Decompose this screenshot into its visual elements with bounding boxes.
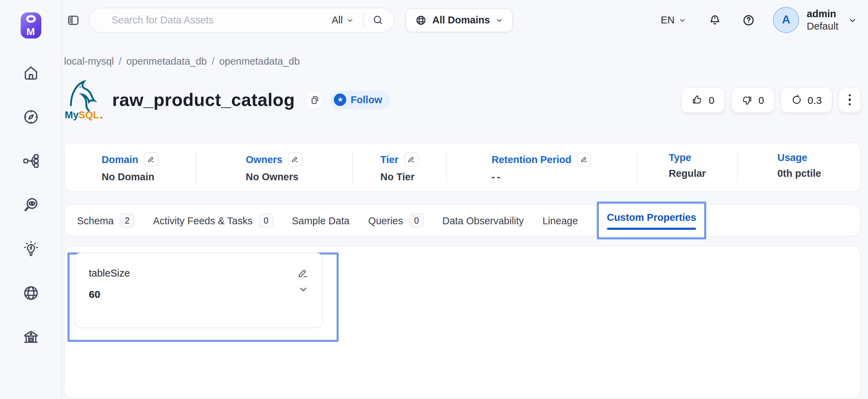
entity-tabbar: Schema 2 Activity Feeds & Tasks 0 Sample… bbox=[64, 204, 861, 237]
entity-actions: 0 0 0.3 bbox=[681, 87, 861, 112]
version-button[interactable]: 0.3 bbox=[781, 87, 832, 112]
chevron-down-icon bbox=[679, 16, 686, 24]
breadcrumb-separator: / bbox=[212, 56, 214, 67]
type-label: Type bbox=[669, 152, 691, 163]
user-role: Default bbox=[807, 20, 838, 32]
edit-property-button[interactable] bbox=[297, 268, 308, 279]
kebab-dot bbox=[848, 98, 851, 101]
property-name: tableSize bbox=[89, 268, 130, 279]
tab-activity-feeds[interactable]: Activity Feeds & Tasks 0 bbox=[153, 213, 273, 228]
mysql-wordmark-my: My bbox=[65, 109, 78, 120]
tab-label: Schema bbox=[77, 215, 114, 226]
upvote-count: 0 bbox=[709, 94, 714, 106]
retention-value: -- bbox=[491, 171, 591, 182]
upvote-button[interactable]: 0 bbox=[681, 87, 725, 112]
custom-properties-panel: tableSize 60 bbox=[64, 246, 861, 399]
breadcrumb-service[interactable]: local-mysql bbox=[64, 56, 114, 67]
star-icon: ★ bbox=[334, 94, 347, 106]
annotation-highlight-box: Custom Properties bbox=[596, 202, 706, 239]
breadcrumb-database[interactable]: openmetadata_db bbox=[126, 56, 207, 67]
tab-queries[interactable]: Queries 0 bbox=[368, 213, 424, 228]
home-icon[interactable] bbox=[22, 64, 40, 82]
tab-label: Lineage bbox=[542, 215, 578, 226]
tier-value: No Tier bbox=[380, 171, 419, 182]
domain-value: No Domain bbox=[102, 171, 158, 182]
domains-globe-icon[interactable] bbox=[22, 284, 40, 302]
version-number: 0.3 bbox=[807, 94, 822, 106]
expand-property-button[interactable] bbox=[298, 284, 308, 294]
openmetadata-logo[interactable]: M bbox=[20, 12, 41, 39]
topbar: All All Domains EN bbox=[62, 0, 868, 40]
owners-value: No Owners bbox=[246, 171, 302, 182]
globe-icon bbox=[415, 14, 427, 26]
tab-label: Sample Data bbox=[292, 215, 350, 226]
retention-label: Retention Period bbox=[491, 154, 571, 165]
edit-retention-button[interactable] bbox=[577, 152, 591, 166]
more-options-button[interactable] bbox=[838, 87, 861, 112]
insights-bulb-icon[interactable] bbox=[22, 240, 40, 258]
tab-badge: 2 bbox=[120, 213, 134, 228]
follow-label: Follow bbox=[351, 94, 382, 105]
notifications-bell-icon[interactable] bbox=[708, 13, 721, 26]
tab-label: Queries bbox=[368, 215, 403, 226]
edit-pencil-icon bbox=[297, 268, 308, 279]
mysql-wordmark-sql: SQL bbox=[78, 109, 99, 120]
user-name: admin bbox=[807, 8, 838, 20]
all-domains-button[interactable]: All Domains bbox=[405, 8, 513, 32]
all-domains-label: All Domains bbox=[432, 14, 490, 25]
tab-label: Activity Feeds & Tasks bbox=[153, 215, 253, 226]
breadcrumb-schema[interactable]: openmetadata_db bbox=[219, 56, 300, 67]
language-label: EN bbox=[661, 14, 675, 25]
kebab-dot bbox=[848, 103, 851, 106]
data-flow-icon[interactable] bbox=[22, 152, 40, 170]
tab-badge: 0 bbox=[259, 213, 273, 228]
explore-compass-icon[interactable] bbox=[22, 108, 40, 126]
sidebar-toggle-icon[interactable] bbox=[67, 13, 80, 26]
tab-sample-data[interactable]: Sample Data bbox=[292, 215, 350, 226]
edit-domain-button[interactable] bbox=[144, 152, 158, 166]
help-icon[interactable] bbox=[742, 13, 755, 26]
search-icon[interactable] bbox=[372, 14, 383, 25]
entity-title-row: MySQL raw_product_catalog ★ Follow bbox=[64, 78, 861, 122]
divider bbox=[363, 13, 363, 27]
downvote-button[interactable]: 0 bbox=[731, 87, 775, 112]
summary-usage: Usage 0th pctile bbox=[738, 152, 860, 182]
tab-schema[interactable]: Schema 2 bbox=[77, 213, 134, 228]
kebab-dot bbox=[848, 94, 851, 96]
summary-domain: Domain No Domain bbox=[65, 152, 195, 182]
summary-tier: Tier No Tier bbox=[352, 152, 446, 182]
observability-icon[interactable] bbox=[22, 196, 40, 214]
user-menu-chevron-icon[interactable] bbox=[848, 15, 857, 24]
logo-ring bbox=[26, 15, 35, 23]
version-history-icon bbox=[791, 94, 802, 105]
usage-value: 0th pctile bbox=[777, 168, 821, 179]
breadcrumb: local-mysql / openmetadata_db / openmeta… bbox=[64, 56, 861, 67]
property-value: 60 bbox=[89, 288, 100, 300]
page-content: local-mysql / openmetadata_db / openmeta… bbox=[63, 40, 868, 399]
edit-pencil-icon bbox=[291, 155, 299, 163]
edit-owners-button[interactable] bbox=[288, 152, 302, 166]
tab-label: Data Observability bbox=[442, 215, 524, 226]
copy-name-button[interactable] bbox=[305, 90, 324, 109]
domain-label: Domain bbox=[102, 154, 138, 165]
follow-button[interactable]: ★ Follow bbox=[331, 90, 391, 109]
search-scope-select[interactable]: All bbox=[332, 14, 354, 25]
app-window: M bbox=[0, 0, 868, 399]
edit-tier-button[interactable] bbox=[404, 152, 419, 166]
breadcrumb-separator: / bbox=[119, 56, 121, 67]
tier-label: Tier bbox=[380, 154, 399, 165]
thumbs-down-icon bbox=[741, 94, 753, 106]
language-select[interactable]: EN bbox=[661, 14, 686, 25]
tab-custom-properties[interactable]: Custom Properties bbox=[607, 212, 696, 223]
tab-lineage[interactable]: Lineage bbox=[542, 215, 578, 226]
summary-type: Type Regular bbox=[636, 152, 738, 182]
usage-label: Usage bbox=[777, 152, 807, 163]
search-input[interactable] bbox=[110, 14, 332, 26]
tab-data-observability[interactable]: Data Observability bbox=[442, 215, 524, 226]
user-avatar[interactable]: A bbox=[773, 7, 799, 33]
chevron-down-icon bbox=[496, 16, 503, 24]
entity-summary-card: Domain No Domain Owners bbox=[64, 142, 861, 192]
user-menu[interactable]: admin Default bbox=[807, 8, 838, 33]
govern-bank-icon[interactable] bbox=[22, 328, 40, 346]
edit-pencil-icon bbox=[580, 155, 588, 163]
